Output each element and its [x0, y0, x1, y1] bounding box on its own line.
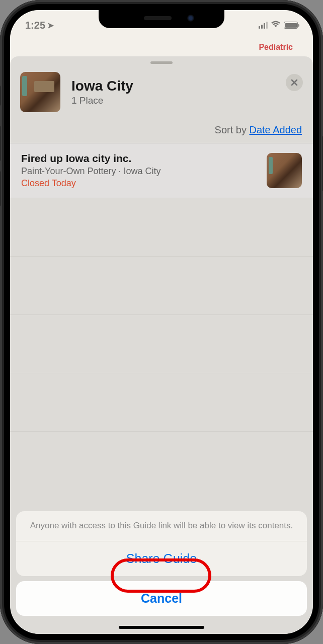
guide-header: Iowa City 1 Place — [10, 67, 313, 119]
sort-row: Sort by Date Added — [10, 119, 313, 143]
place-meta: Paint-Your-Own Pottery · Iowa City — [21, 166, 267, 177]
action-sheet-message: Anyone with access to this Guide link wi… — [16, 511, 307, 541]
sort-label: Sort by — [215, 124, 250, 135]
cancel-button[interactable]: Cancel — [16, 581, 307, 616]
volume-up-button — [0, 126, 1, 161]
notch — [99, 10, 224, 28]
wifi-icon — [271, 20, 281, 31]
close-button[interactable] — [286, 74, 303, 91]
action-group: Anyone with access to this Guide link wi… — [16, 511, 307, 576]
guide-sheet: Iowa City 1 Place Sort by Date Added Fir… — [10, 56, 313, 634]
silent-switch — [0, 86, 1, 106]
place-status: Closed Today — [21, 178, 267, 189]
battery-icon — [284, 22, 298, 29]
map-poi-label: Pediatric — [259, 43, 293, 52]
place-row[interactable]: Fired up Iowa city inc. Paint-Your-Own P… — [10, 143, 313, 198]
guide-title: Iowa City — [71, 78, 133, 94]
place-thumbnail — [267, 153, 302, 188]
place-name: Fired up Iowa city inc. — [21, 152, 267, 165]
phone-frame: 1:25 ➤ Pediatric Iowa City — [0, 0, 323, 644]
volume-down-button — [0, 171, 1, 206]
sort-button[interactable]: Date Added — [249, 124, 302, 135]
empty-list-area — [10, 198, 313, 432]
cellular-signal-icon — [259, 22, 268, 29]
sheet-grabber[interactable] — [150, 61, 173, 64]
location-services-icon: ➤ — [47, 21, 54, 30]
guide-subtitle: 1 Place — [71, 95, 133, 106]
status-time: 1:25 — [25, 20, 45, 31]
home-indicator[interactable] — [119, 626, 204, 629]
screen: 1:25 ➤ Pediatric Iowa City — [10, 10, 313, 634]
cancel-group: Cancel — [16, 581, 307, 616]
action-sheet: Anyone with access to this Guide link wi… — [16, 511, 307, 616]
share-guide-button[interactable]: Share Guide — [16, 541, 307, 576]
guide-thumbnail — [20, 72, 60, 112]
